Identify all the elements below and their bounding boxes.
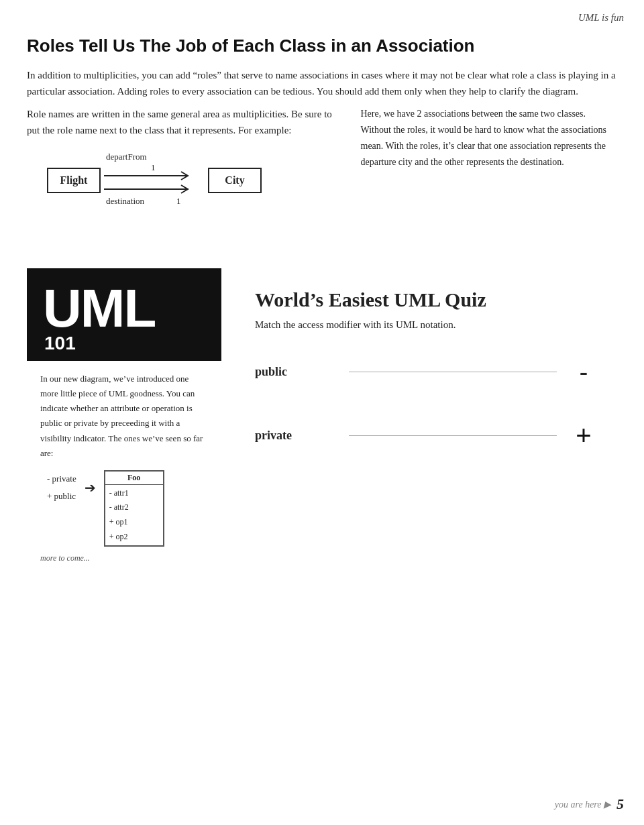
- footer-text: you are here ▶: [555, 799, 611, 810]
- page-title: Roles Tell Us The Job of Each Class in a…: [27, 36, 617, 56]
- attr-2: - attr2: [109, 500, 159, 515]
- flight-class-box: Flight: [47, 168, 101, 193]
- depart-mult-top: 1: [151, 162, 156, 173]
- sidebar-header: UML 101: [27, 268, 221, 361]
- class-attrs: - attr1 - attr2 + op1 + op2: [105, 485, 163, 545]
- visibility-item-private: - private: [47, 470, 76, 488]
- destination-label: destination: [106, 196, 144, 207]
- op-1: + op1: [109, 515, 159, 530]
- class-name: Foo: [105, 472, 163, 485]
- quiz-term-public: public: [255, 365, 335, 379]
- page-header: UML is fun: [0, 0, 644, 23]
- quiz-dash-public: [349, 372, 557, 372]
- depart-from-label: departFrom: [106, 152, 147, 162]
- city-class-box: City: [208, 168, 262, 193]
- header-title: UML is fun: [578, 12, 624, 23]
- sidebar-body: In our new diagram, we’ve introduced one…: [27, 361, 221, 574]
- two-column-section: Role names are written in the same gener…: [27, 106, 617, 228]
- role-text: Role names are written in the same gener…: [27, 106, 341, 138]
- dest-mult: 1: [176, 196, 181, 207]
- quiz-dash-private: [349, 435, 557, 436]
- quiz-row-public: public -: [255, 358, 597, 386]
- quiz-row-private: private +: [255, 419, 597, 451]
- bottom-section: UML 101 In our new diagram, we’ve introd…: [27, 268, 617, 574]
- handwritten-note: Here, we have 2 associations between the…: [361, 106, 618, 170]
- more-to-come: more to come...: [40, 553, 208, 563]
- sidebar-body-text: In our new diagram, we’ve introduced one…: [40, 372, 208, 461]
- uml-diagram: departFrom 1 destination 1: [47, 148, 275, 221]
- class-diagram-box: Foo - attr1 - attr2 + op1 + op2: [104, 470, 164, 547]
- quiz-title: World’s Easiest UML Quiz: [255, 288, 597, 311]
- arrow-right-icon: ➔: [85, 480, 96, 496]
- quiz-symbol-public: -: [570, 358, 597, 386]
- visibility-list: - private + public: [47, 470, 76, 505]
- intro-paragraph: In addition to multiplicities, you can a…: [27, 67, 617, 99]
- main-content: Roles Tell Us The Job of Each Class in a…: [0, 23, 644, 574]
- quiz-symbol-private: +: [570, 419, 597, 451]
- left-column: Role names are written in the same gener…: [27, 106, 341, 228]
- page-footer: you are here ▶ 5: [555, 795, 624, 813]
- quiz-term-private: private: [255, 429, 335, 443]
- visibility-item-public: + public: [47, 488, 76, 505]
- city-label: City: [225, 174, 244, 186]
- sidebar-diagram: - private + public ➔ Foo - attr1 - attr2…: [47, 470, 208, 547]
- quiz-section: World’s Easiest UML Quiz Match the acces…: [221, 268, 617, 574]
- attr-1: - attr1: [109, 486, 159, 501]
- uml-sidebar: UML 101 In our new diagram, we’ve introd…: [27, 268, 221, 574]
- quiz-subtitle: Match the access modifier with its UML n…: [255, 319, 597, 331]
- page-number: 5: [616, 795, 624, 813]
- op-2: + op2: [109, 530, 159, 545]
- uml-big-text: UML: [43, 282, 205, 335]
- right-column: Here, we have 2 associations between the…: [361, 106, 618, 228]
- flight-label: Flight: [60, 174, 88, 186]
